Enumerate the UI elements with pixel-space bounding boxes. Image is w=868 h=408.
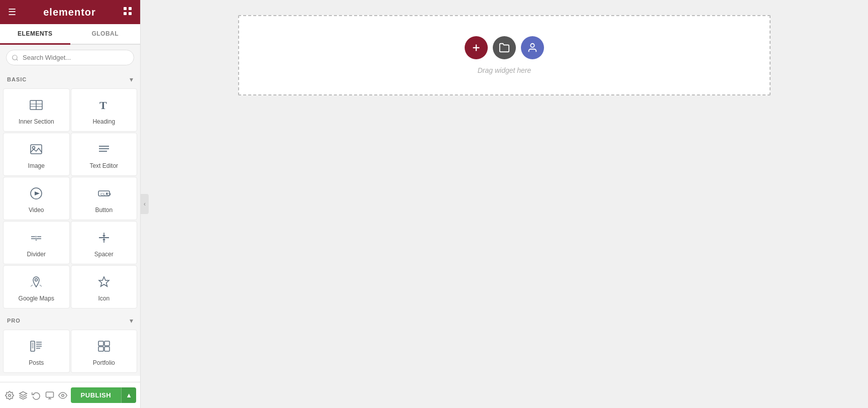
posts-icon — [29, 339, 43, 355]
text-editor-icon — [97, 142, 111, 158]
svg-rect-1 — [129, 7, 132, 10]
canvas-actions — [465, 36, 544, 59]
button-icon: CLICK — [97, 186, 111, 202]
video-icon — [29, 186, 43, 202]
svg-marker-23 — [35, 240, 37, 241]
eye-icon[interactable] — [57, 387, 69, 403]
svg-marker-45 — [19, 391, 27, 395]
svg-marker-28 — [102, 238, 105, 240]
google-maps-label: Google Maps — [19, 295, 54, 302]
basic-section-header: BASIC ▾ — [0, 70, 140, 87]
folder-button[interactable] — [493, 36, 516, 59]
responsive-icon[interactable] — [44, 387, 56, 403]
svg-rect-40 — [98, 341, 103, 346]
heading-icon: T — [97, 98, 111, 114]
google-maps-icon — [29, 275, 43, 291]
video-label: Video — [29, 207, 44, 214]
portfolio-icon — [97, 339, 111, 355]
posts-label: Posts — [29, 359, 44, 366]
icon-label: Icon — [98, 295, 110, 302]
publish-button[interactable]: PUBLISH — [71, 387, 122, 403]
svg-rect-42 — [98, 347, 103, 351]
svg-rect-3 — [129, 12, 132, 15]
svg-point-44 — [9, 394, 11, 396]
svg-point-29 — [35, 279, 38, 281]
tab-elements[interactable]: ELEMENTS — [0, 24, 70, 45]
publish-dropdown-button[interactable]: ▲ — [121, 387, 136, 403]
widgets-scroll: BASIC ▾ Inner Section — [0, 70, 140, 382]
drag-hint: Drag widget here — [478, 66, 531, 74]
svg-marker-20 — [36, 236, 37, 238]
basic-chevron-icon[interactable]: ▾ — [130, 75, 133, 83]
basic-section-title: BASIC — [7, 76, 27, 82]
tab-global[interactable]: GLOBAL — [70, 24, 141, 44]
button-label: Button — [95, 207, 113, 214]
pro-chevron-icon[interactable]: ▾ — [130, 317, 133, 325]
svg-rect-0 — [124, 7, 127, 10]
spacer-label: Spacer — [94, 251, 114, 258]
sidebar-header: ☰ elementor — [0, 0, 140, 24]
widget-text-editor[interactable]: Text Editor — [71, 133, 138, 176]
search-input[interactable] — [6, 50, 134, 65]
spacer-icon — [97, 231, 111, 247]
sidebar-collapse-handle[interactable]: ‹ — [141, 194, 149, 214]
canvas-section: Drag widget here — [238, 15, 771, 95]
svg-rect-2 — [124, 12, 127, 15]
sidebar: ☰ elementor ELEMENTS GLOBAL BASIC ▾ — [0, 0, 141, 408]
widget-inner-section[interactable]: Inner Section — [3, 88, 70, 132]
icon-icon — [97, 275, 111, 291]
svg-text:T: T — [99, 99, 107, 112]
sidebar-bottom: PUBLISH ▲ — [0, 382, 140, 408]
history-icon[interactable] — [31, 387, 42, 403]
svg-marker-15 — [35, 191, 40, 195]
widget-divider[interactable]: Divider — [3, 221, 70, 264]
logo: elementor — [43, 7, 96, 18]
svg-point-49 — [62, 394, 64, 396]
svg-marker-25 — [102, 235, 105, 237]
pro-widgets-grid: Posts Portfolio — [0, 329, 140, 376]
widget-posts[interactable]: Posts — [3, 330, 70, 373]
widget-icon[interactable]: Icon — [71, 265, 138, 309]
divider-label: Divider — [27, 251, 46, 258]
search-bar — [0, 45, 140, 70]
pro-section-title: PRO — [7, 318, 21, 324]
svg-rect-46 — [46, 392, 53, 397]
widget-portfolio[interactable]: Portfolio — [71, 330, 138, 373]
inner-section-icon — [29, 98, 43, 114]
svg-marker-30 — [99, 277, 109, 286]
grid-icon[interactable] — [123, 7, 132, 18]
image-icon — [29, 142, 43, 158]
heading-label: Heading — [92, 118, 115, 125]
widget-button[interactable]: CLICK Button — [71, 177, 138, 220]
widget-google-maps[interactable]: Google Maps — [3, 265, 70, 309]
divider-icon — [29, 231, 43, 247]
basic-widgets-grid: Inner Section T Heading — [0, 87, 140, 312]
hamburger-icon[interactable]: ☰ — [8, 7, 16, 18]
svg-rect-9 — [31, 145, 42, 154]
text-editor-label: Text Editor — [89, 162, 118, 169]
layers-icon[interactable] — [18, 387, 29, 403]
publish-btn-wrap: PUBLISH ▲ — [71, 387, 136, 403]
add-section-button[interactable] — [465, 36, 488, 59]
inner-section-label: Inner Section — [19, 118, 54, 125]
svg-point-10 — [33, 147, 35, 149]
widget-spacer[interactable]: Spacer — [71, 221, 138, 264]
widget-video[interactable]: Video — [3, 177, 70, 220]
pro-section-header: PRO ▾ — [0, 312, 140, 329]
settings-icon[interactable] — [4, 387, 16, 403]
user-button[interactable] — [521, 36, 544, 59]
widget-heading[interactable]: T Heading — [71, 88, 138, 132]
portfolio-label: Portfolio — [93, 359, 115, 366]
canvas-area: Drag widget here — [141, 0, 868, 408]
sidebar-tabs: ELEMENTS GLOBAL — [0, 24, 140, 45]
widget-image[interactable]: Image — [3, 133, 70, 176]
svg-text:CLICK: CLICK — [100, 192, 111, 196]
svg-rect-43 — [104, 347, 110, 351]
image-label: Image — [28, 162, 45, 169]
svg-point-52 — [530, 44, 534, 47]
svg-rect-41 — [104, 341, 110, 346]
